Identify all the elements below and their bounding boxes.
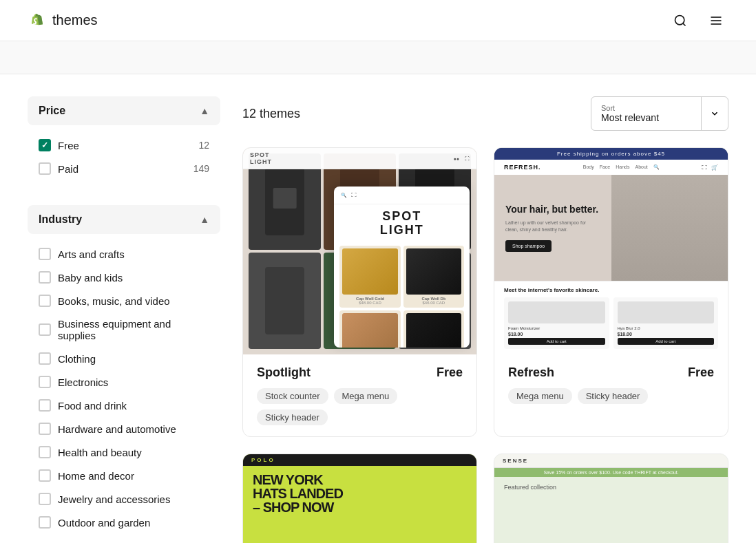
- refresh-preview-image: Free shipping on orders above $45 REFRES…: [494, 148, 728, 354]
- polo-preview-image: POLO NEW YORKHATS LANDED– SHOP NOW: [243, 454, 476, 543]
- industry-clothing-option[interactable]: Clothing: [30, 347, 218, 370]
- industry-outdoor-label: Outdoor and garden: [58, 517, 150, 529]
- industry-outdoor-option[interactable]: Outdoor and garden: [30, 511, 218, 534]
- spotlight-tag-sticky: Sticky header: [257, 409, 328, 425]
- industry-chevron-icon: ▲: [200, 214, 209, 225]
- industry-filter-section: Industry ▲ Arts and crafts Baby and kids: [28, 205, 220, 542]
- search-button[interactable]: [668, 8, 693, 33]
- industry-arts-option[interactable]: Arts and crafts: [30, 242, 218, 266]
- industry-food-label: Food and drink: [58, 400, 127, 412]
- industry-books-label: Books, music, and video: [58, 295, 170, 307]
- industry-business-option[interactable]: Business equipment and supplies: [30, 312, 218, 347]
- sub-header: [0, 41, 756, 74]
- industry-filter-label: Industry: [39, 213, 82, 226]
- price-free-option[interactable]: Free 12: [30, 134, 218, 157]
- refresh-theme-card[interactable]: Free shipping on orders above $45 REFRES…: [494, 147, 728, 437]
- price-paid-option[interactable]: Paid 149: [30, 157, 218, 180]
- industry-baby-option[interactable]: Baby and kids: [30, 266, 218, 289]
- spotlight-tag-mega: Mega menu: [334, 388, 398, 404]
- header-logo[interactable]: themes: [28, 11, 98, 30]
- industry-home-label: Home and decor: [58, 470, 134, 482]
- price-paid-checkbox[interactable]: [39, 162, 51, 175]
- hamburger-icon: [709, 14, 723, 28]
- header-title: themes: [52, 12, 98, 28]
- shopify-logo-icon: [28, 11, 47, 30]
- spotlight-theme-card[interactable]: SPOTLIGHT ●● ⛶ 🔍 ⛶: [242, 147, 477, 437]
- industry-electronics-label: Electronics: [58, 376, 108, 388]
- price-paid-label: Paid: [58, 163, 78, 175]
- main-container: Price ▲ Free 12 Paid 149: [0, 74, 756, 543]
- svg-point-0: [675, 15, 684, 24]
- refresh-theme-tags: Mega menu Sticky header: [508, 388, 714, 404]
- spotlight-theme-name: Spotlight: [257, 365, 311, 380]
- spotlight-theme-price: Free: [437, 365, 463, 380]
- spotlight-tag-stock: Stock counter: [257, 388, 328, 404]
- industry-jewelry-label: Jewelry and accessories: [58, 493, 170, 505]
- industry-filter-header[interactable]: Industry ▲: [28, 205, 220, 234]
- sidebar: Price ▲ Free 12 Paid 149: [28, 96, 220, 543]
- price-filter-label: Price: [39, 105, 65, 117]
- industry-jewelry-checkbox[interactable]: [39, 493, 51, 505]
- industry-electronics-checkbox[interactable]: [39, 376, 51, 388]
- price-free-label: Free: [58, 140, 79, 151]
- industry-arts-checkbox[interactable]: [39, 248, 51, 260]
- industry-clothing-label: Clothing: [58, 353, 96, 365]
- menu-button[interactable]: [704, 8, 728, 33]
- industry-clothing-checkbox[interactable]: [39, 352, 51, 365]
- spotlight-preview-image: SPOTLIGHT ●● ⛶ 🔍 ⛶: [243, 148, 476, 354]
- industry-business-label: Business equipment and supplies: [58, 318, 209, 341]
- price-chevron-icon: ▲: [200, 105, 209, 116]
- industry-home-option[interactable]: Home and decor: [30, 464, 218, 487]
- industry-outdoor-checkbox[interactable]: [39, 516, 51, 529]
- main-content: 12 themes Sort Most relevant: [242, 96, 728, 543]
- refresh-theme-price: Free: [688, 365, 714, 380]
- themes-grid: SPOTLIGHT ●● ⛶ 🔍 ⛶: [242, 147, 728, 543]
- industry-food-option[interactable]: Food and drink: [30, 394, 218, 417]
- industry-business-checkbox[interactable]: [39, 323, 51, 336]
- price-free-checkbox[interactable]: [39, 139, 51, 151]
- search-icon: [673, 14, 687, 28]
- industry-hardware-checkbox[interactable]: [39, 423, 51, 435]
- refresh-tag-sticky: Sticky header: [578, 388, 649, 404]
- svg-line-1: [683, 23, 686, 25]
- refresh-theme-name: Refresh: [508, 365, 554, 380]
- price-filter-options: Free 12 Paid 149: [28, 125, 220, 189]
- sort-arrow-button[interactable]: [701, 97, 728, 130]
- sense-theme-card[interactable]: SENSE Save 15% on orders over $100. Use …: [494, 454, 728, 543]
- header-icons: [668, 8, 728, 33]
- refresh-card-info: Refresh Free Mega menu Sticky header: [494, 354, 728, 415]
- refresh-tag-mega: Mega menu: [508, 388, 572, 404]
- themes-count: 12 themes: [242, 107, 300, 121]
- sort-label: Sort: [601, 104, 691, 112]
- spotlight-card-info: Spotlight Free Stock counter Mega menu S…: [243, 354, 476, 436]
- industry-books-option[interactable]: Books, music, and video: [30, 289, 218, 312]
- price-free-count: 12: [198, 140, 209, 151]
- sort-dropdown[interactable]: Sort Most relevant: [591, 96, 728, 131]
- industry-health-label: Health and beauty: [58, 447, 142, 458]
- industry-baby-label: Baby and kids: [58, 272, 123, 284]
- sense-preview-image: SENSE Save 15% on orders over $100. Use …: [494, 454, 728, 543]
- industry-electronics-option[interactable]: Electronics: [30, 370, 218, 394]
- industry-arts-label: Arts and crafts: [58, 248, 125, 260]
- industry-home-checkbox[interactable]: [39, 469, 51, 482]
- polo-theme-card[interactable]: POLO NEW YORKHATS LANDED– SHOP NOW: [242, 454, 477, 543]
- price-paid-count: 149: [193, 163, 209, 174]
- chevron-down-icon: [710, 109, 720, 118]
- industry-hardware-option[interactable]: Hardware and automotive: [30, 417, 218, 440]
- industry-hardware-label: Hardware and automotive: [58, 423, 176, 435]
- content-header: 12 themes Sort Most relevant: [242, 96, 728, 131]
- industry-food-checkbox[interactable]: [39, 399, 51, 412]
- industry-jewelry-option[interactable]: Jewelry and accessories: [30, 487, 218, 511]
- spotlight-theme-tags: Stock counter Mega menu Sticky header: [257, 388, 463, 425]
- industry-baby-checkbox[interactable]: [39, 271, 51, 284]
- header: themes: [0, 0, 756, 41]
- industry-filter-options: Arts and crafts Baby and kids Books, mus…: [28, 234, 220, 542]
- price-filter-header[interactable]: Price ▲: [28, 96, 220, 125]
- price-filter-section: Price ▲ Free 12 Paid 149: [28, 96, 220, 189]
- industry-health-checkbox[interactable]: [39, 446, 51, 458]
- industry-books-checkbox[interactable]: [39, 295, 51, 307]
- sort-value: Most relevant: [601, 112, 691, 123]
- industry-health-option[interactable]: Health and beauty: [30, 440, 218, 464]
